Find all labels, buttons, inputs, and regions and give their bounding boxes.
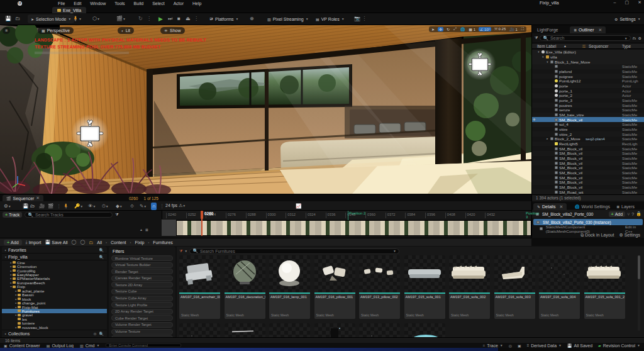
timeline-ruler[interactable]: 0240025202640276028803000312032403360348… <box>162 211 531 219</box>
track-search-input[interactable]: 🔍Search Tracks <box>25 212 113 218</box>
tab-sequencer[interactable]: 🎬Sequencer✕ <box>3 195 43 201</box>
outliner-row[interactable]: poutresStaticMe <box>532 103 644 108</box>
outliner-row[interactable]: vittreStaticMe <box>532 127 644 132</box>
camera-speed-icon[interactable]: 🎥 1 <box>509 27 518 31</box>
console-input[interactable]: Enter Console Command <box>106 343 181 347</box>
unreal-logo-icon[interactable]: U <box>18 1 22 6</box>
outliner-row[interactable]: SM_Block_vilStaticMe <box>532 180 644 185</box>
filter-volume-render-target[interactable]: Volume Render Target <box>111 322 173 328</box>
seq-save-icon[interactable]: 💾 <box>23 203 28 210</box>
viewport[interactable]: ≡ ▦Perspective ◐Lit 👁Show LANDSCAPE : 1 … <box>0 25 531 194</box>
seq-fps-dropdown[interactable]: 24 fps ⚠▼ <box>165 203 186 208</box>
filmstrip-track[interactable] <box>176 220 531 236</box>
toolbar-dots-icon[interactable]: ⋮ <box>147 15 152 23</box>
outliner-row[interactable]: ▾Exe_Villa (Editor) <box>532 50 644 55</box>
select-tool-icon[interactable]: ➤ <box>431 27 435 31</box>
marker-position-3[interactable]: Position 3 <box>526 211 539 219</box>
output-log-button[interactable]: ▤Output Log <box>47 343 74 348</box>
collections-header[interactable]: ▸Collections⊜🔍 <box>2 330 107 337</box>
add-track-button[interactable]: +Track <box>3 212 22 218</box>
filter-texture-cube-array[interactable]: Texture Cube Array <box>111 296 173 301</box>
search-icon[interactable]: 🔍 <box>99 248 104 252</box>
filter-texture-2d-array[interactable]: Texture 2D Array <box>111 282 173 287</box>
outliner-row[interactable]: RectLight5RectLigh <box>532 142 644 147</box>
platforms-dropdown[interactable]: 🖳Platforms▼ <box>206 14 242 23</box>
stop-icon[interactable]: ■ <box>177 15 180 23</box>
scale-tool-icon[interactable]: ⤢ <box>453 27 457 31</box>
outliner-row[interactable]: poigneeStaticMe <box>532 74 644 79</box>
asset-card-AM197_016_sofa_003[interactable]: AM197_016_sofa_003Static Mesh <box>494 255 535 319</box>
selection-mode-dropdown[interactable]: ➤ Selection Mode▼ <box>28 14 74 23</box>
root-header[interactable]: ▾Fixip_villa🔍 <box>2 254 107 260</box>
play-button[interactable]: ▶ <box>158 15 163 23</box>
outliner-row[interactable]: SM_Block_vilStaticMe <box>532 170 644 176</box>
minimize-button[interactable]: – <box>614 0 616 5</box>
tab-world-settings[interactable]: 🌐World Settings <box>571 203 614 210</box>
breadcrumb-fixip[interactable]: Fixip <box>135 240 145 245</box>
menu-edit[interactable]: Edit <box>69 1 86 6</box>
content-drawer-button[interactable]: ▣Content Drawer <box>4 343 40 348</box>
marker-position-2[interactable]: Position 2 <box>349 211 365 215</box>
asset-card-AM197_015_sofa_001[interactable]: AM197_015_sofa_001Static Mesh <box>404 255 445 319</box>
tab-layers[interactable]: ≣Layers <box>613 203 638 210</box>
menu-actor[interactable]: Actor <box>169 1 188 6</box>
seq-dots2-icon[interactable]: ⋮ <box>160 203 165 210</box>
target-icon[interactable]: ⊕ <box>250 15 254 23</box>
seq-autokey-icon[interactable]: ⟐ <box>130 203 134 210</box>
tab-lightforge[interactable]: LightForge <box>533 26 562 33</box>
breadcrumb-furnitures[interactable]: Furnitures <box>153 240 173 245</box>
asset-card-AM197_016_decoration_001[interactable]: AM197_016_decoration_001Static Mesh <box>225 255 265 319</box>
seq-options-icon[interactable]: ⚙▼ <box>4 203 11 210</box>
branch-icon[interactable]: ⑂ <box>627 212 630 216</box>
scale-snap-icon[interactable]: ⤧ 0.25 <box>494 27 506 31</box>
asset-scrollbar[interactable] <box>638 255 640 331</box>
seq-edit-icon[interactable]: ✎▼ <box>140 203 147 210</box>
frame-skip-icon[interactable]: ⏭ <box>168 15 172 23</box>
outliner-row[interactable]: SM_Block_vilStaticMe <box>532 185 644 190</box>
seq-render-icon[interactable]: 🎥 <box>39 203 45 210</box>
outliner-row[interactable]: porteActor <box>532 84 644 89</box>
track-filter-icon[interactable]: ⧩ <box>115 213 118 217</box>
lock-icon[interactable]: 🔒 <box>636 211 641 216</box>
viewport-options-icon[interactable]: ≡ <box>3 27 10 34</box>
cb-save-all-button[interactable]: 💾Save All <box>45 240 68 245</box>
seq-keyframe-icon[interactable]: ◆▼ <box>116 203 123 210</box>
all-saved-status[interactable]: 💾All Saved <box>567 343 592 348</box>
search-icon[interactable]: 🔍 <box>99 332 104 336</box>
help-icon[interactable]: ? <box>631 212 634 216</box>
asset-card[interactable] <box>314 323 355 338</box>
perspective-dropdown[interactable]: ▦Perspective <box>38 27 74 34</box>
cb-forward-icon[interactable]: ◯ <box>80 240 85 245</box>
pixel-streaming-dropdown[interactable]: ▥Pixel Streaming▼ <box>264 14 312 23</box>
cmd-dropdown[interactable]: ▥Cmd▼ <box>80 343 99 348</box>
menu-help[interactable]: Help <box>188 1 206 6</box>
point-light-sprite[interactable] <box>71 114 109 152</box>
seq-curves-icon[interactable]: 📈 <box>296 203 301 210</box>
col-type[interactable]: Type <box>622 44 631 48</box>
outliner-row[interactable]: StaticMe <box>532 64 644 69</box>
close-tab-icon[interactable]: ✕ <box>599 28 602 33</box>
asset-card[interactable] <box>359 323 400 338</box>
grid-snap-icon[interactable]: ▦ 1 <box>468 27 476 31</box>
angle-snap-icon[interactable]: ∠ 10° <box>479 27 491 31</box>
outliner-row[interactable]: serureStaticMe <box>532 108 644 113</box>
outliner-row[interactable]: ▸Block_2_Moveseq2-plan4StaticMe <box>532 136 644 142</box>
search-icon[interactable]: 🔍 <box>99 255 104 259</box>
content-modes-icon[interactable]: 🗀 <box>15 15 20 23</box>
menu-build[interactable]: Build <box>130 1 148 6</box>
col-item-label[interactable]: Item Label <box>537 44 556 48</box>
outliner-row[interactable]: plafondStaticMe <box>532 69 644 74</box>
revision-control-dropdown[interactable]: ▰Revision Control▼ <box>598 343 640 348</box>
play-from-icon[interactable]: ↻ <box>138 15 143 23</box>
cb-back-icon[interactable]: ◯ <box>72 240 77 245</box>
asset-search-input[interactable]: 🔍Search Furnitures▼ <box>189 248 399 254</box>
cb-folder-icon[interactable]: 🗀 <box>89 240 93 245</box>
outliner-row[interactable]: SM_Block_vilStaticMe <box>532 160 644 165</box>
filter-render-target[interactable]: Render Target <box>111 269 173 274</box>
cb-import-button[interactable]: ⤓Import <box>26 240 42 245</box>
outliner-row[interactable]: vittre_2StaticMe <box>532 131 644 136</box>
derived-data-dropdown[interactable]: ≡Derived Data▼ <box>527 343 562 348</box>
close-tab-icon[interactable]: ✕ <box>36 196 40 201</box>
filter-texture-cube[interactable]: Texture Cube <box>111 289 173 294</box>
seq-eye-icon[interactable]: 👁▼ <box>88 203 96 210</box>
